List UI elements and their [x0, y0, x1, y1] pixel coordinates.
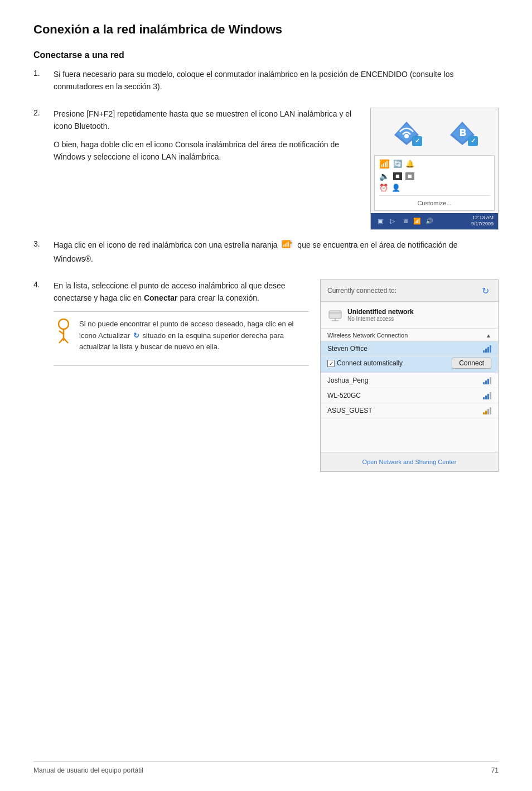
tray-icon-1: 📶	[379, 159, 390, 169]
step-1-text: Si fuera necesario para su modelo, coloq…	[54, 68, 499, 93]
notification-screenshot: ✓ ʙ ✓	[370, 108, 499, 230]
connected-net-info: Unidentified network No Internet access	[347, 308, 414, 322]
expand-icon[interactable]: ▲	[486, 332, 491, 339]
open-network-center-link[interactable]: Open Network and Sharing Center	[362, 459, 457, 465]
step-1-content: Si fuera necesario para su modelo, coloq…	[54, 68, 499, 99]
svg-text:ʙ: ʙ	[459, 125, 466, 139]
signal-bars-asus	[483, 407, 491, 414]
taskbar-icon-3: 🖥	[400, 216, 410, 226]
tray-icon-2: 🔄	[393, 160, 402, 168]
step-3: 3. Haga clic en el icono de red inalámbr…	[33, 239, 499, 271]
steps-list: 1. Si fuera necesario para su modelo, co…	[33, 68, 499, 472]
wifi-orange-star-icon: 📶 ★	[281, 239, 293, 252]
connect-auto-text: Connect automatically	[337, 359, 403, 367]
tray-icon-8: 👤	[391, 184, 400, 192]
bar-4	[490, 377, 491, 384]
page-title: Conexión a la red inalámbrica de Windows	[33, 22, 499, 37]
bar-2	[485, 349, 487, 353]
steven-office-name: Steven Office	[327, 345, 367, 353]
tray-icon-6: ■	[405, 172, 414, 180]
bar-1	[483, 382, 485, 384]
svg-rect-14	[329, 311, 341, 319]
tip-box: Si no puede encontrar el punto de acceso…	[54, 311, 309, 366]
section-title: Conectarse a una red	[33, 50, 499, 60]
step-1: 1. Si fuera necesario para su modelo, co…	[33, 68, 499, 99]
step-1-number: 1.	[33, 68, 54, 99]
signal-bars-steven	[483, 345, 491, 353]
tip-icon	[54, 319, 74, 346]
taskbar-icon-2: ▷	[388, 216, 398, 226]
steven-office-row[interactable]: Steven Office	[321, 341, 498, 356]
page-footer: Manual de usuario del equipo portátil 71	[33, 761, 499, 774]
step-4: 4. En la lista, seleccione el punto de a…	[33, 279, 499, 472]
tray-icon-7: ⏰	[379, 184, 388, 192]
network-panel: Currently connected to: ↻	[320, 279, 499, 472]
footer-page-number: 71	[491, 766, 499, 774]
network-item-asus-guest[interactable]: ASUS_GUEST	[321, 403, 498, 418]
bluetooth-icon-big: ʙ ✓	[446, 114, 479, 147]
footer-text-left: Manual de usuario del equipo portátil	[33, 766, 143, 774]
taskbar-icon-1: ▣	[375, 216, 385, 226]
signal-bars-joshua	[483, 377, 491, 384]
bar-3	[487, 394, 489, 399]
network-footer: Open Network and Sharing Center	[321, 452, 498, 471]
step-2-para1: Presione [FN+F2] repetidamente hasta que…	[54, 108, 359, 133]
connect-auto-checkbox[interactable]: ✓	[327, 360, 335, 367]
customize-label[interactable]: Customize...	[417, 200, 451, 206]
tray-popup: 📶 🔄 🔔 🔈 ■ ■ ⏰ 👤	[374, 155, 495, 211]
step-2: 2. Presione [FN+F2] repetidamente hasta …	[33, 108, 499, 230]
bt-check-badge: ✓	[468, 136, 478, 146]
bar-3	[487, 379, 489, 384]
step-3-content: Haga clic en el icono de red inalámbrica…	[54, 239, 499, 271]
wireless-section-header: Wireless Network Connection ▲	[321, 329, 498, 341]
taskbar-time: 12:13 AM 9/17/2009	[471, 215, 494, 228]
wifi-icon-big: ✓	[390, 114, 423, 147]
svg-point-2	[404, 134, 409, 138]
network-item-wl520gc[interactable]: WL-520GC	[321, 388, 498, 403]
taskbar: ▣ ▷ 🖥 📶 🔊 12:13 AM 9/17/2009	[371, 213, 498, 229]
step-2-text: Presione [FN+F2] repetidamente hasta que…	[54, 108, 359, 169]
connect-auto-label[interactable]: ✓ Connect automatically	[327, 359, 403, 367]
signal-bars-wl520gc	[483, 392, 491, 399]
step-2-number: 2.	[33, 108, 54, 230]
connect-auto-row: ✓ Connect automatically Connect	[321, 356, 498, 373]
step-4-text: En la lista, seleccione el punto de acce…	[54, 279, 309, 366]
network-panel-header: Currently connected to: ↻	[321, 280, 498, 302]
bar-2	[485, 380, 487, 384]
step-2-content: Presione [FN+F2] repetidamente hasta que…	[54, 108, 499, 230]
tray-icon-4: 🔈	[379, 171, 390, 181]
icon-row-1: ✓ ʙ ✓	[390, 114, 479, 147]
bar-3	[487, 409, 489, 414]
step-4-row: En la lista, seleccione el punto de acce…	[54, 279, 499, 472]
taskbar-left-icons: ▣ ▷ 🖥 📶 🔊	[375, 216, 434, 226]
svg-text:★: ★	[288, 240, 293, 245]
step-3-number: 3.	[33, 239, 54, 271]
bar-1	[483, 412, 485, 414]
connected-section: Unidentified network No Internet access	[321, 302, 498, 329]
taskbar-wifi-icon: 📶	[412, 216, 422, 226]
taskbar-icon-5: 🔊	[424, 216, 434, 226]
network-header-label: Currently connected to:	[327, 287, 396, 295]
bar-4	[490, 392, 491, 399]
network-item-joshua-peng[interactable]: Joshua_Peng	[321, 373, 498, 388]
step-3-text1: Haga clic en el icono de red inalámbrica…	[54, 240, 278, 249]
connected-network: Unidentified network No Internet access	[327, 306, 491, 324]
bar-4	[490, 407, 491, 414]
svg-point-9	[59, 319, 69, 329]
tip-text: Si no puede encontrar el punto de acceso…	[79, 319, 309, 353]
network-refresh-icon[interactable]: ↻	[479, 284, 491, 297]
step-2-para2: O bien, haga doble clic en el icono Cons…	[54, 138, 359, 163]
icon-area-top: ✓ ʙ ✓	[371, 108, 498, 153]
tray-icon-3: 🔔	[405, 160, 414, 168]
asus-guest-name: ASUS_GUEST	[327, 407, 373, 414]
bar-4	[490, 345, 491, 353]
connect-button[interactable]: Connect	[452, 358, 491, 369]
wl520gc-name: WL-520GC	[327, 392, 361, 399]
bar-3	[487, 347, 489, 353]
bar-1	[483, 397, 485, 399]
tray-icon-5: ■	[393, 172, 402, 180]
network-item-steven-office[interactable]: Steven Office ✓	[321, 341, 498, 373]
bar-2	[485, 396, 487, 399]
step-4-content: En la lista, seleccione el punto de acce…	[54, 279, 499, 472]
bar-1	[483, 350, 485, 353]
